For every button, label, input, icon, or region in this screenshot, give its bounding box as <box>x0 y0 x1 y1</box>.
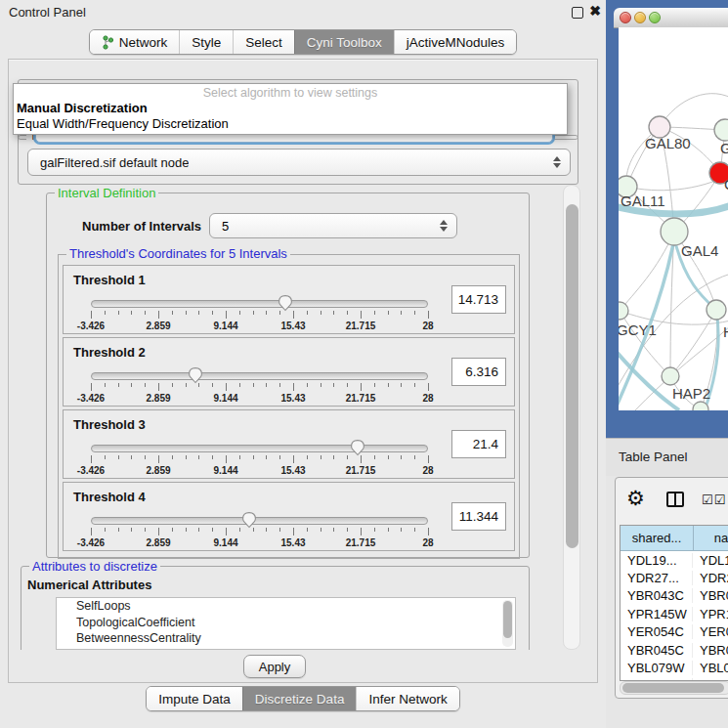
settings-vertical-scrollbar[interactable] <box>563 185 580 650</box>
table-row[interactable]: YER054CYER0... <box>621 623 728 641</box>
table-row[interactable]: YDR27...YDR2... <box>621 569 728 586</box>
checkbox-icons[interactable]: ☑☑ <box>702 492 726 507</box>
table-cell[interactable]: YBR043C <box>621 588 693 603</box>
tab-cyni-toolbox[interactable]: Cyni Toolbox <box>294 30 394 54</box>
table-cell[interactable]: YPR145W <box>621 607 693 621</box>
slider-track[interactable] <box>91 300 428 308</box>
tick-mark <box>105 383 106 387</box>
threshold-slider[interactable]: -3.4262.8599.14415.4321.71528 <box>91 369 428 399</box>
slider-handle[interactable] <box>188 366 203 384</box>
tab-impute-data[interactable]: Impute Data <box>147 687 242 710</box>
column-header-name[interactable]: name <box>694 526 728 550</box>
network-node[interactable] <box>714 119 728 141</box>
table-data-combo[interactable]: galFiltered.sif default node <box>27 149 571 176</box>
algorithm-option-equal-width-frequency-discretization[interactable]: Equal Width/Frequency Discretization <box>14 116 567 132</box>
apply-button[interactable]: Apply <box>243 655 306 678</box>
threshold-slider[interactable]: -3.4262.8599.14415.4321.71528 <box>91 442 428 471</box>
zoom-traffic-light[interactable] <box>649 12 661 23</box>
table-cell[interactable]: YBL0... <box>693 661 728 675</box>
slider-thumb-icon <box>278 294 293 312</box>
table-cell[interactable]: YDL1... <box>693 553 728 568</box>
control-panel-titlebar: Control Panel ✖ <box>0 0 606 25</box>
threshold-value-field[interactable]: 6.316 <box>451 358 506 386</box>
attribute-item-selfloops[interactable]: SelfLoops <box>57 598 515 615</box>
tick-label: -3.426 <box>77 537 105 548</box>
tab-label: Select <box>245 35 282 50</box>
tick-mark <box>266 311 267 315</box>
network-node-label: C <box>724 176 728 193</box>
slider-handle[interactable] <box>241 511 257 529</box>
network-node[interactable] <box>707 300 726 320</box>
attributes-group-label: Attributes to discretize <box>29 559 160 574</box>
slider-handle[interactable] <box>350 439 365 456</box>
network-node-label: GA <box>720 140 728 156</box>
algorithm-option-manual-discretization[interactable]: Manual Discretization <box>14 101 567 116</box>
slider-track[interactable] <box>91 517 428 525</box>
table-row[interactable]: YDL19...YDL1... <box>621 551 728 569</box>
table-row[interactable]: YPR145WYPR1... <box>621 605 728 622</box>
tab-network[interactable]: Network <box>90 30 180 54</box>
table-cell[interactable]: YDR2... <box>693 571 728 585</box>
table-row[interactable]: YBR043CYBR0... <box>621 587 728 605</box>
number-of-intervals-label: Number of Intervals <box>82 219 201 234</box>
tab-jactivemnodules[interactable]: jActiveMNodules <box>394 30 517 54</box>
threshold-slider[interactable]: -3.4262.8599.14415.4321.71528 <box>91 297 428 326</box>
network-window-titlebar[interactable] <box>614 8 728 28</box>
table-cell[interactable]: YBL079W <box>621 661 693 675</box>
tab-infer-network[interactable]: Infer Network <box>356 687 458 710</box>
tick-mark <box>374 311 375 315</box>
tick-label: 28 <box>422 537 433 548</box>
close-icon[interactable]: ✖ <box>589 3 601 19</box>
table-cell[interactable]: YBR045C <box>621 643 693 658</box>
tab-discretize-data[interactable]: Discretize Data <box>242 687 357 710</box>
tick-mark <box>239 311 240 315</box>
network-node[interactable] <box>661 218 688 245</box>
minimize-traffic-light[interactable] <box>634 12 646 23</box>
threshold-value-field[interactable]: 21.4 <box>451 430 506 458</box>
threshold-value-field[interactable]: 11.344 <box>451 502 506 531</box>
close-traffic-light[interactable] <box>620 12 631 23</box>
tick-mark <box>118 455 119 459</box>
table-cell[interactable]: YBR0... <box>693 643 728 658</box>
table-cell[interactable]: YDR27... <box>621 571 693 585</box>
float-window-icon[interactable] <box>572 7 583 19</box>
slider-track[interactable] <box>91 372 428 380</box>
threshold-slider[interactable]: -3.4262.8599.14415.4321.71528 <box>91 514 428 543</box>
table-cell[interactable]: YPR1... <box>693 607 728 621</box>
tick-mark <box>321 528 321 532</box>
tab-select[interactable]: Select <box>233 30 294 54</box>
network-node[interactable] <box>619 302 628 320</box>
column-header-shared[interactable]: shared... <box>621 526 694 550</box>
tick-mark <box>186 528 187 532</box>
network-node[interactable] <box>662 367 679 385</box>
tick-label: 15.43 <box>280 465 305 476</box>
network-canvas[interactable]: GAL80GACGAL11GAL4GCY1HHAP2 <box>619 27 728 410</box>
algorithm-option-placeholder[interactable]: Select algorithm to view settings <box>14 86 567 101</box>
attribute-item-topologicalcoefficient[interactable]: TopologicalCoefficient <box>57 615 515 631</box>
slider-handle[interactable] <box>278 294 293 312</box>
table-row[interactable]: YBL079WYBL0... <box>621 659 728 676</box>
table-panel-title: Table Panel <box>619 450 688 464</box>
table-cell[interactable]: YBR0... <box>693 588 728 603</box>
attributes-list-scrollbar[interactable] <box>502 600 513 647</box>
tick-mark <box>266 455 267 459</box>
number-of-intervals-combo[interactable]: 5 <box>209 213 457 238</box>
table-panel-card: ⚙ ☑☑ shared...name YDL19...YDL1...YDR27.… <box>615 477 728 699</box>
slider-track[interactable] <box>91 445 428 452</box>
threshold-value-field[interactable]: 14.713 <box>451 285 506 314</box>
tick-label: 9.144 <box>213 537 237 548</box>
attribute-item-betweennesscentrality[interactable]: BetweennessCentrality <box>57 630 515 647</box>
columns-icon[interactable] <box>666 492 684 507</box>
tick-mark <box>158 311 159 319</box>
tab-style[interactable]: Style <box>179 30 233 54</box>
table-row[interactable]: YBR045CYBR0... <box>621 641 728 659</box>
table-cell[interactable]: YER054C <box>621 624 693 639</box>
tick-mark <box>266 383 267 387</box>
tick-mark <box>158 455 159 463</box>
table-cell[interactable]: YER0... <box>693 624 728 639</box>
tick-mark <box>347 455 348 459</box>
tick-mark <box>186 311 187 315</box>
table-horizontal-scrollbar[interactable] <box>620 681 728 695</box>
gear-icon[interactable]: ⚙ <box>626 487 645 510</box>
table-cell[interactable]: YDL19... <box>621 553 693 568</box>
